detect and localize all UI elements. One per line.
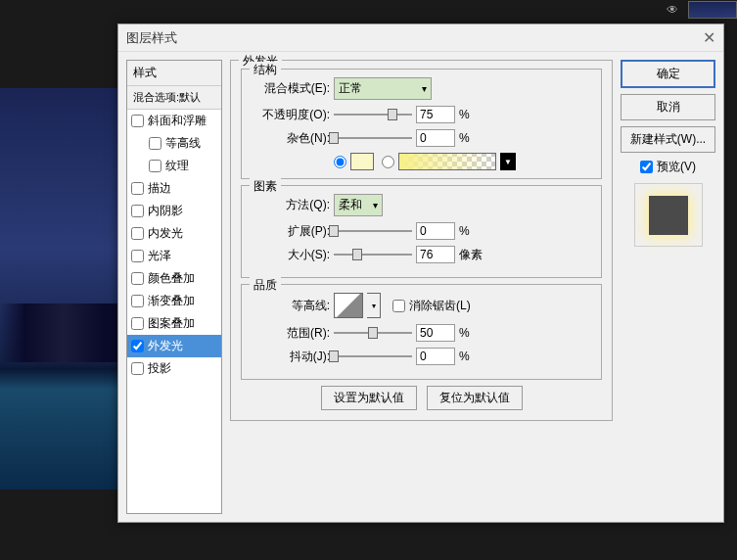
reset-default-button[interactable]: 复位为默认值 [427, 386, 523, 410]
style-label: 内发光 [148, 225, 183, 242]
opacity-slider[interactable] [334, 107, 412, 122]
noise-label: 杂色(N): [252, 130, 330, 147]
style-item[interactable]: 光泽 [127, 245, 221, 267]
style-checkbox[interactable] [131, 182, 144, 195]
gradient-picker[interactable] [398, 153, 496, 170]
style-label: 图案叠加 [148, 315, 195, 332]
style-checkbox[interactable] [149, 160, 161, 172]
style-label: 内阴影 [148, 203, 183, 219]
color-radio[interactable] [334, 156, 346, 168]
spread-label: 扩展(P): [252, 223, 330, 240]
style-label: 投影 [148, 360, 171, 377]
preview-swatch [649, 196, 688, 235]
method-label: 方法(Q): [252, 197, 330, 213]
titlebar: 图层样式 ✕ [118, 24, 723, 52]
method-select[interactable]: 柔和▾ [334, 194, 383, 216]
style-checkbox[interactable] [131, 250, 144, 262]
contour-label: 等高线: [252, 298, 330, 314]
chevron-down-icon: ▾ [422, 83, 427, 94]
style-checkbox[interactable] [131, 205, 144, 217]
noise-input[interactable] [416, 129, 455, 147]
style-checkbox[interactable] [131, 362, 144, 375]
new-style-button[interactable]: 新建样式(W)... [621, 126, 715, 153]
size-slider[interactable] [334, 247, 412, 262]
style-checkbox[interactable] [131, 340, 144, 352]
style-item[interactable]: 外发光 [127, 335, 221, 357]
style-label: 外发光 [148, 338, 183, 354]
jitter-label: 抖动(J): [252, 349, 330, 365]
style-checkbox[interactable] [131, 115, 144, 127]
style-item[interactable]: 描边 [127, 177, 221, 200]
preview-label: 预览(V) [657, 159, 696, 175]
preview-box [634, 183, 703, 247]
style-item[interactable]: 斜面和浮雕 [127, 110, 221, 132]
style-label: 光泽 [148, 248, 171, 264]
noise-slider[interactable] [334, 130, 412, 146]
range-label: 范围(R): [252, 325, 330, 342]
cancel-button[interactable]: 取消 [621, 94, 715, 120]
style-checkbox[interactable] [131, 227, 144, 240]
style-checkbox[interactable] [131, 317, 144, 330]
size-input[interactable] [416, 246, 455, 263]
styles-header[interactable]: 样式 [127, 61, 221, 86]
style-item[interactable]: 等高线 [127, 132, 221, 155]
jitter-slider[interactable] [334, 349, 412, 364]
style-checkbox[interactable] [149, 137, 161, 150]
jitter-input[interactable] [416, 348, 455, 365]
style-label: 纹理 [165, 158, 189, 174]
outer-glow-panel: 外发光 结构 混合模式(E): 正常▾ 不透明度(O): % [230, 60, 613, 421]
preview-checkbox[interactable] [640, 161, 653, 173]
style-checkbox[interactable] [131, 295, 144, 307]
style-label: 描边 [148, 180, 171, 197]
size-label: 大小(S): [252, 247, 330, 263]
style-item[interactable]: 内阴影 [127, 200, 221, 222]
chevron-down-icon: ▾ [373, 200, 378, 210]
styles-list: 样式 混合选项:默认 斜面和浮雕等高线纹理描边内阴影内发光光泽颜色叠加渐变叠加图… [126, 60, 222, 514]
blend-mode-select[interactable]: 正常▾ [334, 77, 432, 100]
style-item[interactable]: 渐变叠加 [127, 290, 221, 312]
style-label: 颜色叠加 [148, 270, 195, 287]
style-item[interactable]: 图案叠加 [127, 312, 221, 335]
blend-mode-label: 混合模式(E): [252, 80, 330, 97]
range-input[interactable] [416, 324, 455, 342]
style-item[interactable]: 内发光 [127, 222, 221, 245]
layer-thumbnail[interactable] [688, 1, 737, 19]
antialias-checkbox[interactable] [392, 300, 405, 312]
spread-input[interactable] [416, 222, 455, 240]
style-checkbox[interactable] [131, 272, 144, 285]
range-slider[interactable] [334, 325, 412, 341]
structure-group: 结构 混合模式(E): 正常▾ 不透明度(O): % 杂色(N [241, 69, 602, 179]
make-default-button[interactable]: 设置为默认值 [321, 386, 417, 410]
antialias-label: 消除锯齿(L) [409, 298, 471, 314]
style-item[interactable]: 纹理 [127, 155, 221, 177]
quality-group: 品质 等高线: ▾ 消除锯齿(L) 范围(R): % [241, 284, 602, 380]
elements-group: 图素 方法(Q): 柔和▾ 扩展(P): % 大小(S): [241, 185, 602, 278]
blend-options[interactable]: 混合选项:默认 [127, 86, 221, 110]
contour-dropdown-icon[interactable]: ▾ [367, 293, 381, 318]
dialog-title: 图层样式 [126, 29, 177, 47]
visibility-icon[interactable]: 👁 [667, 3, 678, 17]
gradient-radio[interactable] [382, 156, 394, 168]
opacity-input[interactable] [416, 106, 455, 123]
spread-slider[interactable] [334, 223, 412, 239]
close-icon[interactable]: ✕ [703, 28, 715, 47]
contour-picker[interactable] [334, 293, 363, 318]
opacity-label: 不透明度(O): [252, 107, 330, 123]
style-item[interactable]: 颜色叠加 [127, 267, 221, 290]
style-label: 斜面和浮雕 [148, 113, 207, 129]
style-label: 等高线 [165, 135, 201, 152]
ok-button[interactable]: 确定 [621, 60, 715, 88]
layer-style-dialog: 图层样式 ✕ 样式 混合选项:默认 斜面和浮雕等高线纹理描边内阴影内发光光泽颜色… [117, 23, 724, 523]
gradient-dropdown-icon[interactable]: ▼ [500, 153, 516, 170]
color-swatch[interactable] [350, 153, 374, 170]
style-label: 渐变叠加 [148, 293, 195, 309]
style-item[interactable]: 投影 [127, 357, 221, 380]
